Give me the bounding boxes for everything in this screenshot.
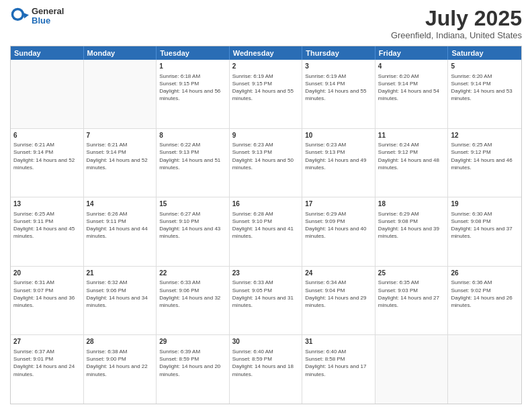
- day-number: 20: [13, 269, 81, 278]
- calendar-cell: 29Sunrise: 6:39 AMSunset: 8:59 PMDayligh…: [157, 335, 230, 404]
- cell-info: Sunrise: 6:27 AMSunset: 9:10 PMDaylight:…: [159, 210, 226, 240]
- calendar-cell: 27Sunrise: 6:37 AMSunset: 9:01 PMDayligh…: [11, 335, 84, 404]
- calendar-cell: [84, 60, 157, 128]
- calendar-cell: 26Sunrise: 6:36 AMSunset: 9:02 PMDayligh…: [448, 267, 521, 335]
- day-number: 21: [87, 269, 154, 278]
- calendar-cell: 7Sunrise: 6:21 AMSunset: 9:14 PMDaylight…: [84, 129, 157, 197]
- cell-info: Sunrise: 6:25 AMSunset: 9:11 PMDaylight:…: [13, 210, 81, 240]
- logo-blue: Blue: [32, 16, 64, 26]
- title-area: July 2025 Greenfield, Indiana, United St…: [391, 7, 522, 40]
- calendar-cell: 6Sunrise: 6:21 AMSunset: 9:14 PMDaylight…: [11, 129, 84, 197]
- cell-info: Sunrise: 6:24 AMSunset: 9:12 PMDaylight:…: [378, 141, 445, 171]
- svg-point-1: [13, 11, 21, 19]
- calendar-cell: 28Sunrise: 6:38 AMSunset: 9:00 PMDayligh…: [84, 335, 157, 404]
- cell-info: Sunrise: 6:19 AMSunset: 9:14 PMDaylight:…: [305, 73, 372, 103]
- calendar-cell: 11Sunrise: 6:24 AMSunset: 9:12 PMDayligh…: [375, 129, 449, 197]
- day-number: 7: [87, 131, 154, 140]
- calendar-cell: 20Sunrise: 6:31 AMSunset: 9:07 PMDayligh…: [11, 267, 84, 335]
- cell-info: Sunrise: 6:36 AMSunset: 9:02 PMDaylight:…: [451, 279, 519, 309]
- day-number: 14: [87, 199, 154, 209]
- day-number: 2: [232, 62, 300, 71]
- logo-icon: [10, 7, 29, 26]
- day-number: 24: [305, 269, 372, 278]
- cell-info: Sunrise: 6:22 AMSunset: 9:13 PMDaylight:…: [159, 141, 226, 171]
- svg-marker-2: [23, 13, 29, 19]
- cell-info: Sunrise: 6:23 AMSunset: 9:13 PMDaylight:…: [305, 141, 372, 171]
- calendar-cell: 17Sunrise: 6:29 AMSunset: 9:09 PMDayligh…: [302, 197, 375, 266]
- day-number: 11: [378, 131, 445, 140]
- day-number: 26: [451, 269, 519, 278]
- cell-info: Sunrise: 6:35 AMSunset: 9:03 PMDaylight:…: [378, 279, 445, 309]
- day-number: 28: [87, 337, 154, 347]
- calendar-row: 13Sunrise: 6:25 AMSunset: 9:11 PMDayligh…: [11, 197, 521, 267]
- calendar-cell: 1Sunrise: 6:18 AMSunset: 9:15 PMDaylight…: [157, 60, 230, 128]
- calendar-day-header: Wednesday: [230, 46, 303, 60]
- day-number: 8: [159, 131, 226, 140]
- cell-info: Sunrise: 6:28 AMSunset: 9:10 PMDaylight:…: [232, 210, 300, 240]
- cell-info: Sunrise: 6:39 AMSunset: 8:59 PMDaylight:…: [159, 348, 226, 378]
- calendar-cell: [375, 335, 449, 404]
- calendar-header: SundayMondayTuesdayWednesdayThursdayFrid…: [11, 46, 521, 60]
- cell-info: Sunrise: 6:19 AMSunset: 9:15 PMDaylight:…: [232, 73, 300, 103]
- calendar-cell: 9Sunrise: 6:23 AMSunset: 9:13 PMDaylight…: [230, 129, 303, 197]
- calendar-cell: 31Sunrise: 6:40 AMSunset: 8:58 PMDayligh…: [302, 335, 375, 404]
- calendar-row: 27Sunrise: 6:37 AMSunset: 9:01 PMDayligh…: [11, 335, 521, 404]
- day-number: 19: [451, 199, 519, 209]
- day-number: 4: [378, 62, 445, 71]
- cell-info: Sunrise: 6:33 AMSunset: 9:05 PMDaylight:…: [232, 279, 300, 309]
- cell-info: Sunrise: 6:37 AMSunset: 9:01 PMDaylight:…: [13, 348, 81, 378]
- calendar-day-header: Tuesday: [157, 46, 230, 60]
- calendar-cell: [11, 60, 84, 128]
- calendar-cell: 21Sunrise: 6:32 AMSunset: 9:06 PMDayligh…: [84, 267, 157, 335]
- day-number: 22: [159, 269, 226, 278]
- day-number: 10: [305, 131, 372, 140]
- cell-info: Sunrise: 6:21 AMSunset: 9:14 PMDaylight:…: [13, 141, 81, 171]
- cell-info: Sunrise: 6:40 AMSunset: 8:59 PMDaylight:…: [232, 348, 300, 378]
- calendar: SundayMondayTuesdayWednesdayThursdayFrid…: [10, 46, 522, 404]
- calendar-day-header: Thursday: [302, 46, 375, 60]
- calendar-cell: 18Sunrise: 6:29 AMSunset: 9:08 PMDayligh…: [375, 197, 449, 266]
- cell-info: Sunrise: 6:38 AMSunset: 9:00 PMDaylight:…: [87, 348, 154, 378]
- calendar-cell: 23Sunrise: 6:33 AMSunset: 9:05 PMDayligh…: [230, 267, 303, 335]
- day-number: 29: [159, 337, 226, 347]
- day-number: 23: [232, 269, 300, 278]
- calendar-cell: 24Sunrise: 6:34 AMSunset: 9:04 PMDayligh…: [302, 267, 375, 335]
- calendar-cell: 19Sunrise: 6:30 AMSunset: 9:08 PMDayligh…: [448, 197, 521, 266]
- calendar-day-header: Saturday: [448, 46, 521, 60]
- calendar-cell: [448, 335, 521, 404]
- cell-info: Sunrise: 6:26 AMSunset: 9:11 PMDaylight:…: [87, 210, 154, 240]
- cell-info: Sunrise: 6:18 AMSunset: 9:15 PMDaylight:…: [159, 73, 226, 103]
- day-number: 18: [378, 199, 445, 209]
- cell-info: Sunrise: 6:40 AMSunset: 8:58 PMDaylight:…: [305, 348, 372, 378]
- calendar-cell: 3Sunrise: 6:19 AMSunset: 9:14 PMDaylight…: [302, 60, 375, 128]
- day-number: 9: [232, 131, 300, 140]
- header: General Blue July 2025 Greenfield, India…: [10, 7, 522, 40]
- cell-info: Sunrise: 6:34 AMSunset: 9:04 PMDaylight:…: [305, 279, 372, 309]
- calendar-row: 6Sunrise: 6:21 AMSunset: 9:14 PMDaylight…: [11, 129, 521, 198]
- day-number: 31: [305, 337, 372, 347]
- calendar-day-header: Monday: [84, 46, 157, 60]
- calendar-cell: 13Sunrise: 6:25 AMSunset: 9:11 PMDayligh…: [11, 197, 84, 266]
- calendar-cell: 15Sunrise: 6:27 AMSunset: 9:10 PMDayligh…: [157, 197, 230, 266]
- day-number: 13: [13, 199, 81, 209]
- cell-info: Sunrise: 6:31 AMSunset: 9:07 PMDaylight:…: [13, 279, 81, 309]
- calendar-cell: 8Sunrise: 6:22 AMSunset: 9:13 PMDaylight…: [157, 129, 230, 197]
- day-number: 25: [378, 269, 445, 278]
- calendar-body: 1Sunrise: 6:18 AMSunset: 9:15 PMDaylight…: [11, 60, 521, 404]
- day-number: 5: [451, 62, 519, 71]
- calendar-day-header: Sunday: [11, 46, 84, 60]
- logo: General Blue: [10, 7, 64, 26]
- cell-info: Sunrise: 6:30 AMSunset: 9:08 PMDaylight:…: [451, 210, 519, 240]
- calendar-row: 1Sunrise: 6:18 AMSunset: 9:15 PMDaylight…: [11, 60, 521, 129]
- day-number: 6: [13, 131, 81, 140]
- day-number: 30: [232, 337, 300, 347]
- cell-info: Sunrise: 6:29 AMSunset: 9:08 PMDaylight:…: [378, 210, 445, 240]
- calendar-cell: 16Sunrise: 6:28 AMSunset: 9:10 PMDayligh…: [230, 197, 303, 266]
- day-number: 16: [232, 199, 300, 209]
- day-number: 27: [13, 337, 81, 347]
- calendar-cell: 2Sunrise: 6:19 AMSunset: 9:15 PMDaylight…: [230, 60, 303, 128]
- cell-info: Sunrise: 6:21 AMSunset: 9:14 PMDaylight:…: [87, 141, 154, 171]
- calendar-cell: 30Sunrise: 6:40 AMSunset: 8:59 PMDayligh…: [230, 335, 303, 404]
- cell-info: Sunrise: 6:20 AMSunset: 9:14 PMDaylight:…: [378, 73, 445, 103]
- calendar-cell: 22Sunrise: 6:33 AMSunset: 9:06 PMDayligh…: [157, 267, 230, 335]
